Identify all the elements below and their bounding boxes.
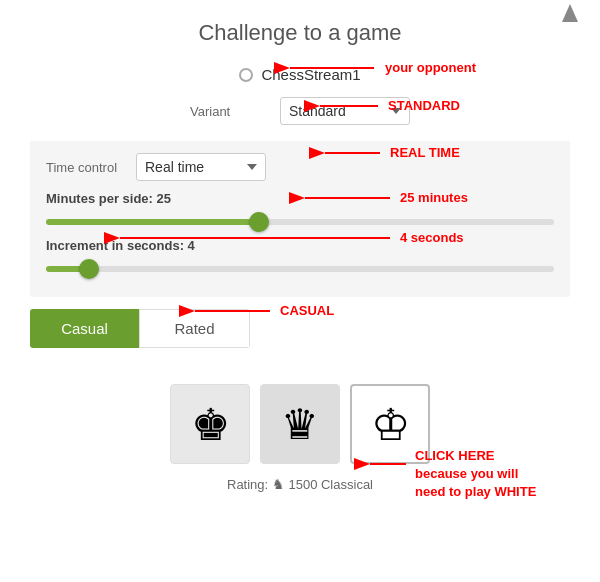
opponent-radio[interactable] — [239, 68, 253, 82]
rating-value: 1500 Classical — [288, 477, 373, 492]
seconds-label: Increment in seconds: 4 — [46, 238, 554, 253]
minutes-slider-row: Minutes per side: 25 — [46, 191, 554, 228]
seconds-value: 4 — [188, 238, 195, 253]
white-king-icon: ♔ — [371, 399, 410, 450]
black-king-icon: ♚ — [191, 399, 230, 450]
minutes-value: 25 — [157, 191, 171, 206]
time-control-section: Time control Real time Minutes per side:… — [30, 141, 570, 297]
time-control-label: Time control — [46, 160, 126, 175]
opponent-row: ChessStream1 — [30, 66, 570, 83]
casual-button[interactable]: Casual — [30, 309, 139, 348]
color-black-button[interactable]: ♚ — [170, 384, 250, 464]
rating-label: Rating: — [227, 477, 268, 492]
rated-button[interactable]: Rated — [139, 309, 250, 348]
minutes-label: Minutes per side: 25 — [46, 191, 554, 206]
variant-label: Variant — [190, 104, 270, 119]
variant-row: Variant Standard — [30, 97, 570, 125]
mixed-icon: ♛ — [281, 400, 319, 449]
minutes-slider[interactable] — [46, 219, 554, 225]
svg-marker-0 — [562, 4, 578, 22]
opponent-name: ChessStream1 — [261, 66, 360, 83]
color-random-button[interactable]: ♛ — [260, 384, 340, 464]
seconds-slider[interactable] — [46, 266, 554, 272]
casual-rated-toggle: Casual Rated — [30, 309, 250, 348]
color-selection: ♚ ♛ ♔ — [30, 384, 570, 464]
rating-icon: ♞ — [272, 476, 285, 492]
page-title: Challenge to a game — [30, 20, 570, 46]
variant-select[interactable]: Standard — [280, 97, 410, 125]
rating-row: Rating: ♞ 1500 Classical — [30, 476, 570, 492]
seconds-slider-row: Increment in seconds: 4 — [46, 238, 554, 275]
time-control-row: Time control Real time — [46, 153, 554, 181]
color-white-button[interactable]: ♔ — [350, 384, 430, 464]
time-control-select[interactable]: Real time — [136, 153, 266, 181]
